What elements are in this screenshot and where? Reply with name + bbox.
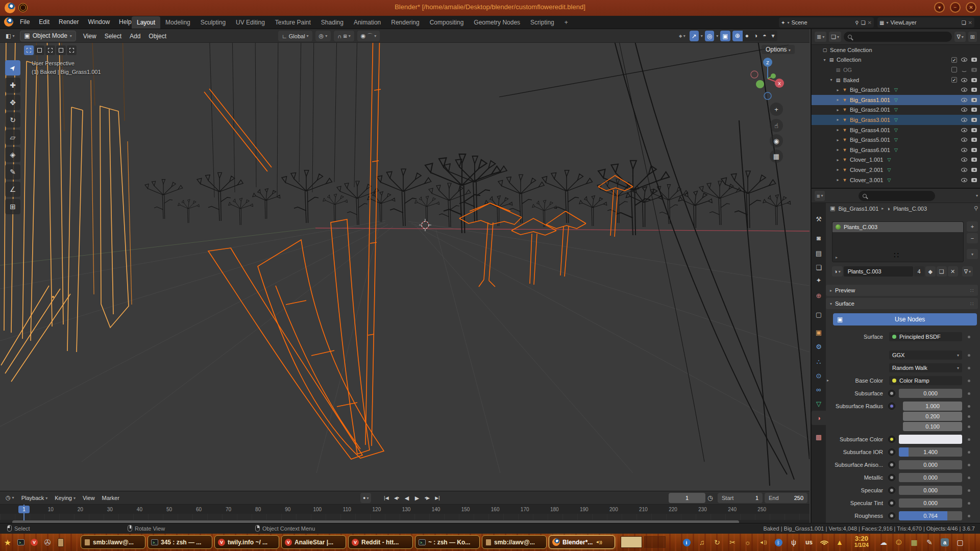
outliner-display-mode[interactable]: ≣▾ <box>815 32 826 42</box>
node-socket-icon[interactable] <box>888 448 895 456</box>
tray-bluetooth-icon[interactable]: ᛒ <box>772 537 785 548</box>
breadcrumb-object[interactable]: Big_Grass1.001 <box>838 206 878 212</box>
surface-panel-header[interactable]: ▾Surface∷ <box>826 298 978 309</box>
value-slider-field[interactable]: 0.000 <box>899 460 962 469</box>
disclosure-closed-icon[interactable]: ▸ <box>835 147 841 152</box>
film-reel-launcher-icon[interactable]: ✇ <box>42 537 53 547</box>
outliner-item-og[interactable]: ▤OG <box>812 65 980 75</box>
snap-dropdown[interactable]: ∩⊞▾ <box>334 31 354 41</box>
shading-rendered-button[interactable]: ◓ <box>760 31 769 41</box>
shading-solid-button[interactable]: ● <box>743 31 751 41</box>
hide-viewport-toggle[interactable] <box>961 88 967 92</box>
window-menu-button[interactable]: ▾ <box>934 2 945 13</box>
disable-render-toggle[interactable] <box>971 118 977 122</box>
menu-file[interactable]: File <box>15 16 34 28</box>
hide-viewport-toggle[interactable] <box>961 78 967 82</box>
overlays-button[interactable]: ◎ <box>705 31 714 41</box>
ortho-toggle-button[interactable]: ▦ <box>770 149 783 163</box>
workspace-tab-modeling[interactable]: Modeling <box>160 16 195 29</box>
archive-launcher-icon[interactable] <box>55 537 66 547</box>
jump-to-start-button[interactable]: |◀ <box>382 493 391 503</box>
pivot-point-dropdown[interactable]: ◎▾ <box>315 31 331 41</box>
tray-music-icon[interactable]: ♫ <box>695 537 708 548</box>
animate-decorator[interactable] <box>968 425 970 428</box>
new-collection-button[interactable]: ⊞ <box>968 32 977 42</box>
properties-tab-world[interactable]: ⊕ <box>812 288 826 303</box>
slot-specials-button[interactable]: ▾ <box>967 249 978 259</box>
disable-render-toggle[interactable] <box>971 148 977 152</box>
workspace-tab-shading[interactable]: Shading <box>316 16 349 29</box>
workspace-pager-1[interactable] <box>621 536 642 548</box>
tray-weather-icon[interactable]: ☁ <box>877 537 890 548</box>
object-visibility-button[interactable]: ⌖▾ <box>677 31 688 41</box>
value-slider-field[interactable]: 0.000 <box>899 389 962 398</box>
outliner-item-scene-collection[interactable]: ▢Scene Collection <box>812 45 980 55</box>
viewlayer-selector[interactable]: ▦▾ ViewLayer ❏ ✕ <box>877 17 974 28</box>
tool-tweak[interactable]: ➤ <box>5 60 20 76</box>
material-name-field[interactable]: Plants_C.003 <box>844 266 913 277</box>
workspace-tab-uv-editing[interactable]: UV Editing <box>231 16 270 29</box>
node-socket-icon[interactable] <box>888 487 895 494</box>
previous-keyframe-button[interactable]: ◀• <box>392 493 401 503</box>
hide-viewport-toggle[interactable] <box>961 168 967 172</box>
select-mode-subtract[interactable] <box>56 45 66 55</box>
hide-viewport-toggle[interactable] <box>961 178 967 182</box>
disclosure-open-icon[interactable]: ▾ <box>821 58 828 62</box>
jump-to-end-button[interactable]: ▶| <box>433 493 442 503</box>
users-count-button[interactable]: 4 <box>914 266 924 277</box>
tool-move[interactable]: ✥ <box>5 95 20 110</box>
pan-tool-button[interactable]: ☝ <box>770 119 783 132</box>
gizmos-button[interactable]: ↗ <box>690 31 699 41</box>
hide-viewport-toggle[interactable] <box>961 138 967 142</box>
outliner-item-baked[interactable]: ▾▤Baked✓ <box>812 75 980 85</box>
properties-tab-tool[interactable]: ⚒ <box>812 212 826 226</box>
color-swatch-field[interactable] <box>899 435 962 444</box>
node-socket-icon[interactable] <box>888 499 895 507</box>
node-value-field[interactable]: Color Ramp <box>889 376 962 385</box>
disclosure-closed-icon[interactable]: ▸ <box>835 117 841 122</box>
node-socket-icon[interactable] <box>888 403 895 410</box>
timeline-menu-marker[interactable]: Marker <box>99 493 123 503</box>
outliner-item-big-grass4-001[interactable]: ▸▼Big_Grass4.001▽ <box>812 125 980 135</box>
animate-decorator[interactable] <box>968 380 970 382</box>
value-slider-field[interactable]: 0.100 <box>903 422 962 431</box>
animate-decorator[interactable] <box>968 405 970 408</box>
play-button[interactable]: ▶ <box>412 493 422 503</box>
viewlayer-name[interactable]: ViewLayer <box>890 19 916 26</box>
tool-add-cube[interactable]: ⊞ <box>5 199 20 214</box>
value-slider-field[interactable]: 0.000 <box>899 486 962 495</box>
terminal-launcher-icon[interactable]: >_ <box>15 537 27 547</box>
gizmo-z-label[interactable]: Z <box>766 60 769 65</box>
properties-options-chevron[interactable]: ▾ <box>976 193 978 198</box>
add-slot-button[interactable]: + <box>967 221 978 232</box>
material-filter-button[interactable]: ∇▾ <box>962 266 973 277</box>
disclosure-closed-icon[interactable]: ▸ <box>835 128 841 132</box>
disable-render-toggle[interactable] <box>971 158 977 162</box>
unlink-icon[interactable]: ✕ <box>868 20 872 26</box>
timeline-menu-keying[interactable]: Keying▾ <box>51 493 79 503</box>
viewport-menu-select[interactable]: Select <box>101 33 126 40</box>
outliner-item-clover-2-001[interactable]: ▸▼Clover_2.001▽ <box>812 165 980 175</box>
disclosure-closed-icon[interactable]: ▸ <box>835 97 841 102</box>
pin-icon[interactable]: ⚲ <box>974 205 978 212</box>
disclosure-closed-icon[interactable]: ▸ <box>835 178 841 182</box>
disclosure-closed-icon[interactable]: ▸ <box>835 138 841 142</box>
scene-selector[interactable]: ✦▾ Scene ⚲ ❏ ✕ <box>779 17 874 28</box>
tool-measure[interactable]: ∠ <box>5 182 20 197</box>
animate-decorator[interactable] <box>968 489 970 492</box>
star-launcher-icon[interactable]: ★ <box>2 537 13 547</box>
animate-decorator[interactable] <box>968 477 970 479</box>
outliner-item-big-grass3-001[interactable]: ▸▼Big_Grass3.001▽ <box>812 115 980 125</box>
xray-toggle[interactable]: ▣ <box>720 31 730 41</box>
tray-info-icon[interactable]: i <box>680 537 693 548</box>
select-mode-extend[interactable] <box>45 45 55 55</box>
workspace-tab-layout[interactable]: Layout <box>132 16 160 29</box>
tray-lamp-icon[interactable]: ☼ <box>741 537 754 548</box>
preview-panel-header[interactable]: ▸Preview∷ <box>826 285 978 296</box>
dropdown-field[interactable]: GGX▾ <box>889 350 962 360</box>
hide-viewport-toggle[interactable] <box>961 128 967 132</box>
disclosure-closed-icon[interactable]: ▸ <box>835 158 841 162</box>
node-socket-icon[interactable] <box>888 474 895 481</box>
disable-render-toggle[interactable] <box>971 178 977 182</box>
outliner-search[interactable] <box>844 32 952 42</box>
